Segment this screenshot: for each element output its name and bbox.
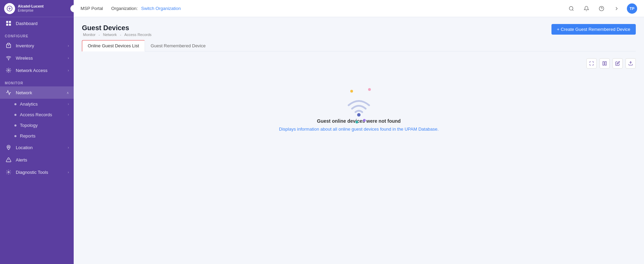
sidebar-item-wireless[interactable]: Wireless › <box>0 52 74 64</box>
forward-icon-btn[interactable] <box>612 4 621 13</box>
wireless-chevron: › <box>68 56 69 60</box>
msp-portal-link[interactable]: MSP Portal <box>81 6 103 11</box>
sidebar-sub-topology[interactable]: Topology <box>0 120 74 131</box>
expand-columns-btn[interactable] <box>586 58 597 69</box>
help-icon-btn[interactable] <box>597 4 606 13</box>
location-icon <box>5 145 12 150</box>
monitor-section-label: MONITOR <box>0 76 74 86</box>
empty-desc: Displays information about all online gu… <box>279 127 439 132</box>
svg-point-10 <box>8 146 9 148</box>
page-header: Guest Devices Monitor - Network - Access… <box>82 24 636 37</box>
dashboard-icon <box>5 21 12 26</box>
analytics-chevron: › <box>68 102 69 106</box>
svg-rect-6 <box>7 44 11 48</box>
network-access-icon <box>5 68 12 73</box>
sidebar-item-network-access[interactable]: Network Access › <box>0 64 74 76</box>
sidebar-item-alerts[interactable]: Alerts <box>0 154 74 166</box>
empty-title: Guest online devices were not found <box>317 118 401 124</box>
sidebar: Alcatel·Lucent Enterprise ‹ Dashboard CO… <box>0 0 74 264</box>
analytics-dot <box>14 103 16 105</box>
alerts-icon <box>5 157 12 163</box>
wireless-icon <box>5 55 12 61</box>
svg-rect-4 <box>6 24 8 26</box>
svg-point-14 <box>569 7 573 10</box>
svg-point-13 <box>8 171 9 173</box>
sidebar-item-dashboard[interactable]: Dashboard <box>0 17 74 29</box>
svg-rect-3 <box>9 21 11 23</box>
bell-icon-btn[interactable] <box>582 4 591 13</box>
sidebar-item-inventory[interactable]: Inventory › <box>0 39 74 52</box>
brand-text: Alcatel·Lucent Enterprise <box>18 4 44 13</box>
svg-rect-5 <box>9 24 11 26</box>
network-access-chevron: › <box>68 69 69 72</box>
sidebar-sub-access-records[interactable]: Access Records › <box>0 109 74 120</box>
network-chevron: ∧ <box>66 91 69 95</box>
breadcrumb-sep1: - <box>99 33 101 37</box>
page-title-block: Guest Devices Monitor - Network - Access… <box>82 24 153 37</box>
access-records-chevron: › <box>68 113 69 117</box>
topbar: MSP Portal Organization: Switch Organiza… <box>74 0 644 17</box>
breadcrumb-monitor: Monitor <box>83 33 96 37</box>
sidebar-sub-reports[interactable]: Reports <box>0 131 74 141</box>
columns-btn[interactable] <box>599 58 610 69</box>
topbar-icons: TP <box>567 3 637 14</box>
sidebar-logo: Alcatel·Lucent Enterprise <box>0 0 74 17</box>
analytics-label: Analytics <box>20 101 38 107</box>
export-btn[interactable] <box>625 58 636 69</box>
topbar-nav: MSP Portal Organization: Switch Organiza… <box>81 6 567 11</box>
breadcrumb-access-records: Access Records <box>124 33 151 37</box>
configure-section-label: CONFIGURE <box>0 29 74 39</box>
access-records-dot <box>14 114 16 116</box>
breadcrumb: Monitor - Network - Access Records <box>82 33 153 37</box>
tabs-bar: Online Guest Devices List Guest Remember… <box>82 40 636 51</box>
inventory-icon <box>5 43 12 48</box>
diagnostic-label: Diagnostic Tools <box>16 170 48 175</box>
decoration-dot-purple <box>363 119 366 122</box>
switch-org-link[interactable]: Switch Organization <box>141 6 181 11</box>
decoration-dot-yellow <box>350 90 353 93</box>
user-avatar[interactable]: TP <box>627 3 637 14</box>
reports-dot <box>14 135 16 137</box>
topology-dot <box>14 124 16 127</box>
network-icon <box>5 90 12 95</box>
access-records-label: Access Records <box>20 112 52 117</box>
breadcrumb-sep2: - <box>120 33 122 37</box>
wifi-decoration <box>343 93 374 118</box>
create-guest-device-btn[interactable]: + Create Guest Remembered Device <box>551 24 636 35</box>
wireless-label: Wireless <box>16 56 33 61</box>
sidebar-item-network[interactable]: Network ∧ <box>0 86 74 99</box>
diagnostic-chevron: › <box>68 170 69 174</box>
page-title: Guest Devices <box>82 24 153 32</box>
wifi-empty-icon <box>343 93 374 117</box>
page-content: Guest Devices Monitor - Network - Access… <box>74 17 644 264</box>
network-access-label: Network Access <box>16 68 47 73</box>
organization-label: Organization: <box>111 6 138 11</box>
diagnostic-icon <box>5 169 12 175</box>
sidebar-item-diagnostic-tools[interactable]: Diagnostic Tools › <box>0 166 74 178</box>
location-chevron: › <box>68 146 69 149</box>
location-label: Location <box>16 145 33 150</box>
sidebar-item-location[interactable]: Location › <box>0 141 74 154</box>
tab-online-list[interactable]: Online Guest Devices List <box>82 40 145 51</box>
search-icon-btn[interactable] <box>567 4 576 13</box>
svg-rect-2 <box>6 21 8 23</box>
inventory-label: Inventory <box>16 43 34 48</box>
logo-circle <box>4 3 15 14</box>
svg-point-19 <box>357 113 361 117</box>
sidebar-sub-analytics[interactable]: Analytics › <box>0 99 74 109</box>
svg-point-9 <box>8 70 9 71</box>
inventory-chevron: › <box>68 44 69 48</box>
edit-btn[interactable] <box>612 58 623 69</box>
topology-label: Topology <box>20 123 38 128</box>
svg-rect-17 <box>605 62 606 65</box>
alerts-label: Alerts <box>16 157 27 163</box>
empty-state: Guest online devices were not found Disp… <box>82 73 636 145</box>
tab-remembered-device[interactable]: Guest Remembered Device <box>145 40 211 51</box>
svg-point-8 <box>8 60 9 60</box>
reports-label: Reports <box>20 133 36 139</box>
breadcrumb-network: Network <box>103 33 117 37</box>
network-label: Network <box>16 90 32 95</box>
dashboard-label: Dashboard <box>16 21 38 26</box>
svg-rect-16 <box>603 62 604 65</box>
decoration-dot-teal <box>355 121 358 123</box>
